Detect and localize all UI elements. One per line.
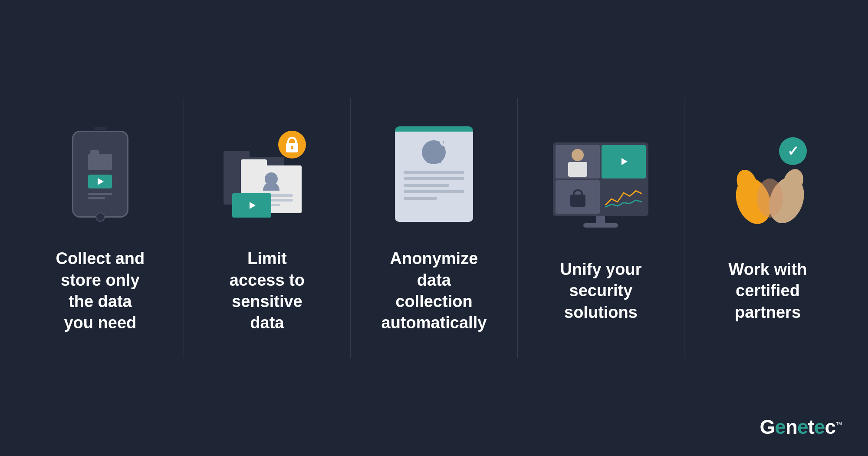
monitor-icon <box>553 142 648 228</box>
doc-line-4 <box>404 190 464 193</box>
svg-point-1 <box>426 154 442 163</box>
doc-lines <box>404 171 464 200</box>
lock-keyhole <box>291 146 293 149</box>
doc-line-5 <box>404 197 437 200</box>
doc-line-2 <box>404 177 464 180</box>
phone-home-button <box>95 212 105 222</box>
lock-folder-icon-area <box>219 122 315 226</box>
lock-folder-icon <box>219 131 315 218</box>
svg-rect-3 <box>568 162 587 177</box>
card-work-with: ✓ Work w <box>694 133 842 323</box>
monitor-stand-base <box>583 223 618 228</box>
genetec-e-letter-2: e <box>797 416 808 438</box>
divider-2 <box>350 98 351 358</box>
exclamation-badge: ! <box>440 139 447 146</box>
monitor-screen <box>553 142 648 216</box>
main-container: Collect andstore onlythe datayou need <box>22 33 846 423</box>
monitor-cell-play <box>602 145 646 178</box>
doc-line-3 <box>404 184 449 187</box>
chart-svg <box>603 182 644 212</box>
card-collect: Collect andstore onlythe datayou need <box>26 122 174 334</box>
phone-folder-icon <box>88 154 112 170</box>
phone-line-1 <box>88 193 112 195</box>
genetec-e-letter: e <box>775 416 786 438</box>
handshake-icon-area: ✓ <box>720 133 815 237</box>
monitor-cell-bag <box>556 180 600 214</box>
svg-point-2 <box>572 149 584 161</box>
phone-video-thumb <box>88 175 112 188</box>
teal-play-thumb <box>232 193 271 218</box>
phone-icon-area <box>53 122 148 226</box>
genetec-logo: Genetec™ <box>760 416 842 438</box>
card-limit: Limitaccess tosensitivedata <box>193 122 341 334</box>
phone-notch <box>94 127 107 130</box>
lock-badge <box>278 131 306 159</box>
person-in-monitor-svg <box>565 146 591 177</box>
phone-lines <box>88 193 112 199</box>
divider-4 <box>684 98 684 358</box>
monitor-cell-person <box>556 145 600 178</box>
folder-person-icon <box>265 172 278 185</box>
trademark-symbol: ™ <box>835 421 842 428</box>
svg-point-0 <box>429 143 439 154</box>
person-svg <box>426 142 442 163</box>
logo-area: Genetec™ <box>760 415 842 439</box>
play-button-icon-2 <box>250 202 256 209</box>
card2-label: Limitaccess tosensitivedata <box>230 248 305 334</box>
svg-point-9 <box>757 178 783 218</box>
card1-label: Collect andstore onlythe datayou need <box>56 248 145 334</box>
card-anonymize: ! Anonymizedatacollectionautomatically <box>360 122 508 334</box>
divider-3 <box>517 98 518 358</box>
card-unify: Unify yoursecuritysolutions <box>527 133 674 323</box>
doc-line-1 <box>404 171 464 174</box>
monitor-cell-chart <box>602 180 646 214</box>
card4-label: Unify yoursecuritysolutions <box>560 259 642 323</box>
lock-shape <box>286 137 298 152</box>
handshake-icon: ✓ <box>720 137 815 233</box>
monitor-stand-neck <box>596 216 605 223</box>
profile-doc-icon: ! <box>395 126 473 222</box>
play-button-icon <box>98 178 104 185</box>
document-background: ! <box>395 126 473 222</box>
bag-svg <box>566 185 590 209</box>
phone-line-2 <box>88 197 105 199</box>
lock-body <box>286 143 298 152</box>
genetec-e-letter-3: e <box>814 416 825 438</box>
card5-label: Work withcertifiedpartners <box>729 259 807 323</box>
divider-1 <box>184 98 184 358</box>
profile-doc-icon-area: ! <box>386 122 482 226</box>
play-button-icon-3 <box>621 158 628 165</box>
svg-rect-4 <box>570 195 585 207</box>
card3-label: Anonymizedatacollectionautomatically <box>381 248 487 334</box>
doc-avatar-icon: ! <box>422 140 446 164</box>
monitor-icon-area <box>553 133 648 237</box>
lock-shackle <box>287 137 297 143</box>
phone-body <box>72 131 128 218</box>
handshake-svg <box>720 155 820 233</box>
